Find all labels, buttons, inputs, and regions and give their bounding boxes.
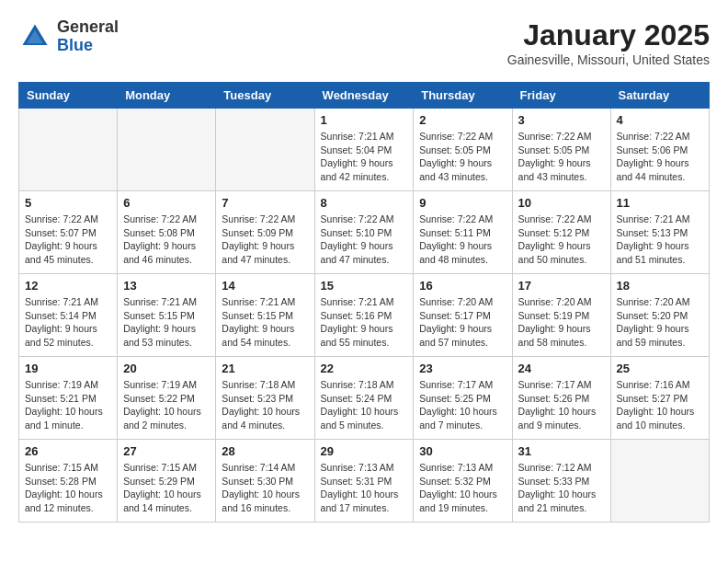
day-info: Sunrise: 7:19 AMSunset: 5:22 PMDaylight:… — [123, 378, 210, 432]
day-number: 27 — [123, 444, 210, 458]
day-info: Sunrise: 7:18 AMSunset: 5:24 PMDaylight:… — [321, 378, 408, 432]
day-number: 17 — [518, 279, 605, 293]
day-info: Sunrise: 7:22 AMSunset: 5:12 PMDaylight:… — [518, 213, 605, 267]
calendar-cell: 11Sunrise: 7:21 AMSunset: 5:13 PMDayligh… — [610, 191, 709, 274]
day-number: 12 — [25, 279, 111, 293]
day-info: Sunrise: 7:22 AMSunset: 5:07 PMDaylight:… — [25, 213, 111, 267]
day-number: 10 — [518, 196, 605, 210]
day-number: 16 — [419, 279, 506, 293]
calendar-cell: 29Sunrise: 7:13 AMSunset: 5:31 PMDayligh… — [314, 440, 414, 523]
calendar-header-row: SundayMondayTuesdayWednesdayThursdayFrid… — [19, 83, 710, 109]
week-row-2: 5Sunrise: 7:22 AMSunset: 5:07 PMDaylight… — [19, 191, 710, 274]
day-number: 9 — [419, 196, 506, 210]
day-info: Sunrise: 7:20 AMSunset: 5:17 PMDaylight:… — [419, 295, 506, 350]
day-info: Sunrise: 7:22 AMSunset: 5:05 PMDaylight:… — [518, 130, 605, 184]
calendar-cell: 4Sunrise: 7:22 AMSunset: 5:06 PMDaylight… — [610, 109, 709, 191]
calendar-cell: 21Sunrise: 7:18 AMSunset: 5:23 PMDayligh… — [216, 357, 314, 440]
day-number: 22 — [321, 362, 408, 375]
calendar-cell: 5Sunrise: 7:22 AMSunset: 5:07 PMDaylight… — [19, 191, 118, 274]
col-header-monday: Monday — [118, 83, 216, 109]
day-info: Sunrise: 7:15 AMSunset: 5:28 PMDaylight:… — [25, 461, 111, 515]
day-info: Sunrise: 7:20 AMSunset: 5:20 PMDaylight:… — [617, 295, 703, 350]
day-info: Sunrise: 7:17 AMSunset: 5:25 PMDaylight:… — [419, 378, 506, 432]
day-info: Sunrise: 7:21 AMSunset: 5:13 PMDaylight:… — [617, 213, 703, 267]
day-info: Sunrise: 7:22 AMSunset: 5:05 PMDaylight:… — [419, 130, 506, 184]
day-info: Sunrise: 7:21 AMSunset: 5:04 PMDaylight:… — [321, 130, 408, 184]
day-number: 8 — [321, 196, 408, 210]
day-info: Sunrise: 7:21 AMSunset: 5:16 PMDaylight:… — [321, 295, 408, 350]
logo: General Blue — [18, 18, 119, 55]
day-number: 21 — [222, 362, 308, 375]
col-header-friday: Friday — [512, 83, 610, 109]
day-info: Sunrise: 7:13 AMSunset: 5:31 PMDaylight:… — [321, 461, 408, 515]
calendar-cell: 26Sunrise: 7:15 AMSunset: 5:28 PMDayligh… — [19, 440, 118, 523]
calendar-cell: 30Sunrise: 7:13 AMSunset: 5:32 PMDayligh… — [414, 440, 512, 523]
calendar-cell: 8Sunrise: 7:22 AMSunset: 5:10 PMDaylight… — [314, 191, 414, 274]
day-number: 23 — [419, 362, 506, 375]
calendar-cell: 12Sunrise: 7:21 AMSunset: 5:14 PMDayligh… — [19, 274, 118, 357]
calendar-cell: 17Sunrise: 7:20 AMSunset: 5:19 PMDayligh… — [512, 274, 610, 357]
week-row-1: 1Sunrise: 7:21 AMSunset: 5:04 PMDaylight… — [19, 109, 710, 191]
day-info: Sunrise: 7:20 AMSunset: 5:19 PMDaylight:… — [518, 295, 605, 350]
day-number: 1 — [321, 113, 408, 127]
day-number: 13 — [123, 279, 210, 293]
day-info: Sunrise: 7:17 AMSunset: 5:26 PMDaylight:… — [518, 378, 605, 432]
day-number: 30 — [419, 444, 506, 458]
day-info: Sunrise: 7:22 AMSunset: 5:06 PMDaylight:… — [617, 130, 703, 184]
col-header-wednesday: Wednesday — [314, 83, 414, 109]
day-info: Sunrise: 7:22 AMSunset: 5:08 PMDaylight:… — [123, 213, 210, 267]
day-number: 4 — [617, 113, 703, 127]
day-info: Sunrise: 7:18 AMSunset: 5:23 PMDaylight:… — [222, 378, 308, 432]
day-number: 26 — [25, 444, 111, 458]
col-header-thursday: Thursday — [414, 83, 512, 109]
day-number: 31 — [518, 444, 605, 458]
month-title: January 2025 — [507, 18, 710, 52]
day-number: 28 — [222, 444, 308, 458]
col-header-sunday: Sunday — [19, 83, 118, 109]
calendar-cell: 31Sunrise: 7:12 AMSunset: 5:33 PMDayligh… — [512, 440, 610, 523]
calendar-cell: 1Sunrise: 7:21 AMSunset: 5:04 PMDaylight… — [314, 109, 414, 191]
day-info: Sunrise: 7:22 AMSunset: 5:10 PMDaylight:… — [321, 213, 408, 267]
calendar-table: SundayMondayTuesdayWednesdayThursdayFrid… — [18, 82, 710, 523]
calendar-cell: 25Sunrise: 7:16 AMSunset: 5:27 PMDayligh… — [610, 357, 709, 440]
day-info: Sunrise: 7:15 AMSunset: 5:29 PMDaylight:… — [123, 461, 210, 515]
calendar-cell: 24Sunrise: 7:17 AMSunset: 5:26 PMDayligh… — [512, 357, 610, 440]
calendar-cell: 23Sunrise: 7:17 AMSunset: 5:25 PMDayligh… — [414, 357, 512, 440]
day-number: 20 — [123, 362, 210, 375]
day-number: 6 — [123, 196, 210, 210]
calendar-cell — [118, 109, 216, 191]
calendar-cell: 16Sunrise: 7:20 AMSunset: 5:17 PMDayligh… — [414, 274, 512, 357]
day-number: 2 — [419, 113, 506, 127]
calendar-cell: 27Sunrise: 7:15 AMSunset: 5:29 PMDayligh… — [118, 440, 216, 523]
calendar-cell: 7Sunrise: 7:22 AMSunset: 5:09 PMDaylight… — [216, 191, 314, 274]
day-number: 3 — [518, 113, 605, 127]
calendar-cell: 6Sunrise: 7:22 AMSunset: 5:08 PMDaylight… — [118, 191, 216, 274]
day-info: Sunrise: 7:14 AMSunset: 5:30 PMDaylight:… — [222, 461, 308, 515]
calendar-cell: 9Sunrise: 7:22 AMSunset: 5:11 PMDaylight… — [414, 191, 512, 274]
calendar-cell — [610, 440, 709, 523]
day-number: 18 — [617, 279, 703, 293]
calendar-cell — [216, 109, 314, 191]
calendar-cell: 10Sunrise: 7:22 AMSunset: 5:12 PMDayligh… — [512, 191, 610, 274]
day-info: Sunrise: 7:21 AMSunset: 5:15 PMDaylight:… — [222, 295, 308, 350]
day-info: Sunrise: 7:12 AMSunset: 5:33 PMDaylight:… — [518, 461, 605, 515]
day-number: 19 — [25, 362, 111, 375]
calendar-cell: 22Sunrise: 7:18 AMSunset: 5:24 PMDayligh… — [314, 357, 414, 440]
day-number: 29 — [321, 444, 408, 458]
day-info: Sunrise: 7:16 AMSunset: 5:27 PMDaylight:… — [617, 378, 703, 432]
day-info: Sunrise: 7:19 AMSunset: 5:21 PMDaylight:… — [25, 378, 111, 432]
calendar-cell: 28Sunrise: 7:14 AMSunset: 5:30 PMDayligh… — [216, 440, 314, 523]
day-number: 11 — [617, 196, 703, 210]
week-row-4: 19Sunrise: 7:19 AMSunset: 5:21 PMDayligh… — [19, 357, 710, 440]
col-header-saturday: Saturday — [610, 83, 709, 109]
day-number: 7 — [222, 196, 308, 210]
calendar-cell: 13Sunrise: 7:21 AMSunset: 5:15 PMDayligh… — [118, 274, 216, 357]
calendar-cell: 19Sunrise: 7:19 AMSunset: 5:21 PMDayligh… — [19, 357, 118, 440]
calendar-cell: 15Sunrise: 7:21 AMSunset: 5:16 PMDayligh… — [314, 274, 414, 357]
day-number: 25 — [617, 362, 703, 375]
day-info: Sunrise: 7:22 AMSunset: 5:09 PMDaylight:… — [222, 213, 308, 267]
week-row-5: 26Sunrise: 7:15 AMSunset: 5:28 PMDayligh… — [19, 440, 710, 523]
logo-text: General Blue — [57, 18, 119, 55]
title-block: January 2025 Gainesville, Missouri, Unit… — [507, 18, 710, 67]
page-header: General Blue January 2025 Gainesville, M… — [18, 18, 710, 67]
